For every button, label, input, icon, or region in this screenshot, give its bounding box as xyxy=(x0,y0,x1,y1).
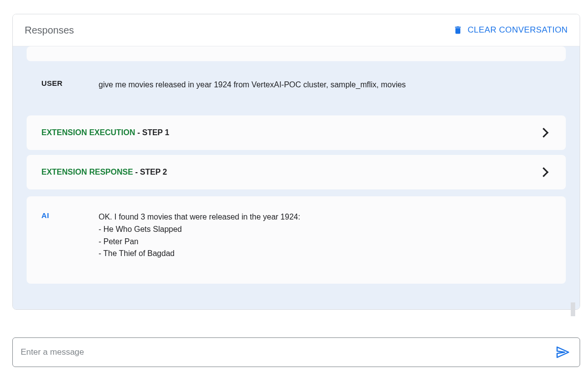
step-suffix: - STEP 1 xyxy=(135,128,169,137)
chevron-right-icon xyxy=(539,128,549,138)
clear-conversation-button[interactable]: CLEAR CONVERSATION xyxy=(453,24,568,36)
panel-title: Responses xyxy=(25,25,74,36)
message-input[interactable] xyxy=(21,347,554,357)
step-suffix: - STEP 2 xyxy=(133,168,167,176)
send-button[interactable] xyxy=(554,343,572,361)
extension-response-step[interactable]: EXTENSION RESPONSE - STEP 2 xyxy=(27,155,566,189)
previous-card-edge xyxy=(27,46,566,61)
send-icon xyxy=(556,345,570,359)
step-prefix: EXTENSION EXECUTION xyxy=(41,128,135,137)
step-prefix: EXTENSION RESPONSE xyxy=(41,168,133,176)
extension-execution-step[interactable]: EXTENSION EXECUTION - STEP 1 xyxy=(27,115,566,150)
user-message-text: give me movies released in year 1924 fro… xyxy=(99,79,406,91)
user-role-label: USER xyxy=(41,79,99,91)
message-input-container xyxy=(12,337,580,367)
trash-icon xyxy=(453,24,463,36)
scrollbar-thumb[interactable] xyxy=(571,302,575,316)
chevron-right-icon xyxy=(539,167,549,177)
ai-role-label: AI xyxy=(41,211,99,260)
conversation-area[interactable]: USER give me movies released in year 192… xyxy=(13,46,580,309)
user-message-block: USER give me movies released in year 192… xyxy=(27,61,566,115)
step-label: EXTENSION RESPONSE - STEP 2 xyxy=(41,168,167,177)
step-label: EXTENSION EXECUTION - STEP 1 xyxy=(41,128,169,137)
panel-header: Responses CLEAR CONVERSATION xyxy=(13,14,580,46)
ai-response-card: AI OK. I found 3 movies that were releas… xyxy=(27,196,566,284)
clear-label: CLEAR CONVERSATION xyxy=(468,25,568,35)
ai-message-text: OK. I found 3 movies that were released … xyxy=(99,211,300,260)
responses-panel: Responses CLEAR CONVERSATION USER give m… xyxy=(12,14,580,310)
